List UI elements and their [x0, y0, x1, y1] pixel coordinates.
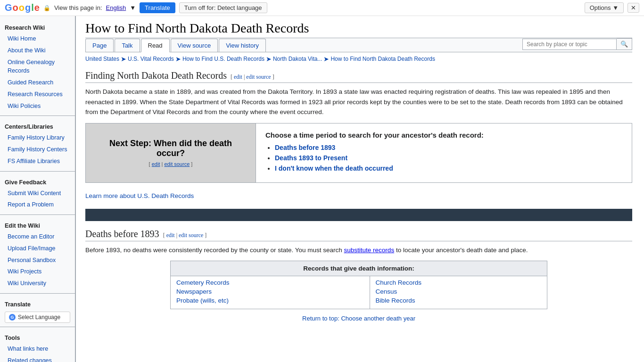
breadcrumb-arrow-2: ➤ [175, 55, 181, 63]
sidebar-item-related-changes[interactable]: Related changes [0, 355, 75, 362]
select-language-label: Select Language [18, 314, 60, 321]
sidebar-item-about-wiki[interactable]: About the Wiki [0, 45, 75, 57]
tab-talk[interactable]: Talk [115, 39, 140, 52]
census-link[interactable]: Census [376, 288, 542, 295]
probate-link[interactable]: Probate (wills, etc) [176, 297, 364, 304]
sidebar-item-submit-wiki[interactable]: Submit Wiki Content [0, 188, 75, 199]
finding-edit-link[interactable]: edit [234, 74, 242, 80]
translate-button[interactable]: Translate [140, 2, 175, 13]
dont-know-death-link[interactable]: I don't know when the death occurred [275, 165, 393, 172]
deaths-1893-present-link[interactable]: Deaths 1893 to Present [275, 154, 347, 162]
sidebar-item-wiki-university[interactable]: Wiki University [0, 278, 75, 289]
deaths-before-edit-source-link[interactable]: edit source [179, 232, 203, 239]
info-box-left: Next Step: When did the death occur? [ e… [86, 123, 256, 182]
learn-more-link[interactable]: Learn more about U.S. Death Records [85, 192, 194, 199]
content-area: How to Find North Dakota Death Records P… [75, 16, 644, 362]
lock-icon: 🔒 [43, 5, 50, 11]
sidebar-item-become-editor[interactable]: Become an Editor [0, 231, 75, 243]
tabs-bar: Page Talk Read View source View history … [85, 38, 632, 52]
breadcrumb-us-vital-records[interactable]: U.S. Vital Records [128, 56, 174, 62]
select-language-button[interactable]: G Select Language [5, 312, 70, 323]
finding-section-edit-links: [ edit | edit source ] [231, 74, 274, 81]
language-dropdown-icon: ▼ [130, 4, 136, 11]
breadcrumb-united-states[interactable]: United States [85, 56, 119, 62]
finding-section-heading: Finding North Dakota Death Records [ edi… [85, 70, 632, 83]
info-box-edit-link[interactable]: edit [152, 161, 160, 167]
search-box: 🔍 [522, 38, 632, 50]
search-button[interactable]: 🔍 [617, 38, 632, 50]
bible-records-link[interactable]: Bible Records [376, 297, 542, 304]
info-box: Next Step: When did the death occur? [ e… [85, 123, 632, 183]
sidebar-item-fhc[interactable]: Family History Centers [0, 144, 75, 156]
sidebar-item-personal-sandbox[interactable]: Personal Sandbox [0, 255, 75, 266]
info-box-options-list: Deaths before 1893 Deaths 1893 to Presen… [265, 144, 622, 172]
page-title: How to Find North Dakota Death Records [85, 21, 632, 38]
sidebar-item-what-links-here[interactable]: What links here [0, 343, 75, 355]
sidebar-section-tools: Tools [0, 331, 75, 343]
breadcrumb: United States ➤ U.S. Vital Records ➤ How… [85, 55, 632, 63]
tab-page[interactable]: Page [85, 39, 114, 52]
return-to-top-link[interactable]: Return to top: Choose another death year [302, 315, 415, 322]
close-translate-bar-button[interactable]: ✕ [627, 3, 639, 13]
breadcrumb-nd-vital[interactable]: North Dakota Vita... [273, 56, 322, 62]
breadcrumb-arrow-1: ➤ [121, 55, 126, 63]
search-input[interactable] [522, 39, 617, 50]
records-col1: Cemetery Records Newspapers Probate (wil… [171, 276, 370, 309]
deaths-before-section-heading: Deaths before 1893 [ edit | edit source … [85, 229, 632, 241]
tab-view-history[interactable]: View history [219, 39, 266, 52]
sidebar-section-centers: Centers/Libraries [0, 120, 75, 132]
sidebar-section-translate: Translate [0, 297, 75, 310]
sidebar-item-upload-file[interactable]: Upload File/Image [0, 243, 75, 255]
deaths-before-1893-link[interactable]: Deaths before 1893 [275, 144, 335, 151]
google-logo: Google [5, 2, 40, 13]
info-box-option-1: Deaths before 1893 [275, 144, 622, 151]
tab-read[interactable]: Read [141, 39, 170, 52]
records-table-header: Records that give death information: [171, 261, 547, 276]
info-box-right: Choose a time period to search for your … [256, 123, 632, 182]
sidebar-item-wiki-projects[interactable]: Wiki Projects [0, 266, 75, 278]
sidebar-section-research: Research Wiki [0, 21, 75, 33]
substitute-records-link[interactable]: substitute records [344, 247, 395, 254]
deaths-before-edit-link[interactable]: edit [166, 232, 175, 239]
sidebar-section-edit: Edit the Wiki [0, 219, 75, 231]
sidebar-item-fhl[interactable]: Family History Library [0, 132, 75, 144]
sidebar-item-wiki-policies[interactable]: Wiki Policies [0, 100, 75, 112]
google-translate-dot: G [9, 314, 16, 321]
deaths-before-title: Deaths before 1893 [85, 229, 159, 239]
sidebar-item-guided-research[interactable]: Guided Research [0, 77, 75, 89]
translate-bar-text: View this page in: [54, 4, 102, 11]
translate-language-link[interactable]: English [106, 4, 126, 11]
info-box-edit-source-link[interactable]: edit source [164, 161, 190, 167]
info-box-left-edit: [ edit | edit source ] [149, 161, 193, 167]
sidebar: Research Wiki Wiki Home About the Wiki O… [0, 16, 75, 362]
deaths-before-edit-links: [ edit | edit source ] [163, 232, 207, 239]
breadcrumb-how-to-find-us[interactable]: How to Find U.S. Death Records [182, 56, 264, 62]
sidebar-item-wiki-home[interactable]: Wiki Home [0, 33, 75, 45]
sidebar-item-online-genealogy[interactable]: Online Genealogy Records [0, 57, 75, 77]
records-col2: Church Records Census Bible Records [370, 276, 547, 309]
cemetery-records-link[interactable]: Cemetery Records [176, 279, 364, 286]
sidebar-item-report-problem[interactable]: Report a Problem [0, 199, 75, 211]
info-box-left-title: Next Step: When did the death occur? [95, 139, 246, 158]
tab-view-source[interactable]: View source [171, 39, 218, 52]
sidebar-item-affiliate[interactable]: FS Affiliate Libraries [0, 156, 75, 167]
info-box-option-3: I don't know when the death occurred [275, 165, 622, 172]
breadcrumb-current[interactable]: How to Find North Dakota Death Records [330, 56, 435, 62]
newspapers-link[interactable]: Newspapers [176, 288, 364, 295]
detect-language-button[interactable]: Turn off for: Detect language [179, 2, 267, 13]
info-box-option-2: Deaths 1893 to Present [275, 154, 622, 162]
return-to-top: Return to top: Choose another death year [85, 315, 632, 322]
finding-body-text: North Dakota became a state in 1889, and… [85, 87, 632, 117]
records-table: Records that give death information: Cem… [170, 261, 547, 309]
info-box-right-title: Choose a time period to search for your … [265, 131, 622, 139]
dark-separator-bar [85, 209, 632, 221]
sidebar-item-research-resources[interactable]: Research Resources [0, 89, 75, 100]
breadcrumb-arrow-3: ➤ [266, 55, 272, 63]
translate-bar: Google 🔒 View this page in: English ▼ Tr… [0, 0, 644, 16]
sidebar-section-feedback: Give Feedback [0, 175, 75, 188]
deaths-before-body: Before 1893, no deaths were consistently… [85, 245, 632, 255]
church-records-link[interactable]: Church Records [376, 279, 542, 286]
finding-edit-source-link[interactable]: edit source [246, 74, 271, 80]
options-button[interactable]: Options ▼ [585, 2, 624, 13]
deaths-before-body-2: to locate your ancestor's death date and… [394, 247, 528, 254]
